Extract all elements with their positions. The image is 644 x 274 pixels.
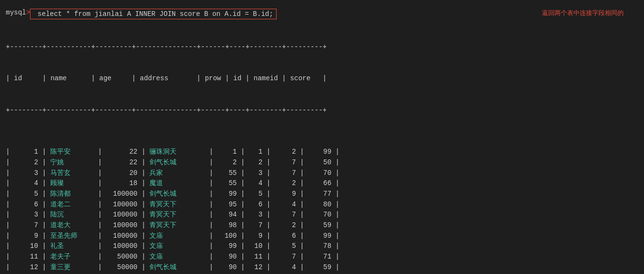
table-row: | 3 | 陆沉 | 100000 | 青冥天下 | 94 | 3 | 7 | … [6,210,638,220]
top-divider: +--------+-----------+---------+--------… [6,42,638,53]
table-row: | 7 | 道老大 | 100000 | 青冥天下 | 98 | 7 | 2 |… [6,220,638,231]
table-row: | 5 | 陈清都 | 100000 | 剑气长城 | 99 | 5 | 9 |… [6,189,638,200]
table-row: | 10 | 礼圣 | 100000 | 文庙 | 99 | 10 | 5 | … [6,241,638,252]
sql-command: select * from jianlai A INNER JOIN score… [30,9,277,19]
result-table: +--------+-----------+---------+--------… [6,21,638,274]
terminal-window: mysql> select * from jianlai A INNER JOI… [0,5,644,274]
data-rows: | 1 | 陈平安 | 22 | 骊珠洞天 | 1 | 1 | 2 | 99 |… [6,147,638,273]
table-row: | 1 | 陈平安 | 22 | 骊珠洞天 | 1 | 1 | 2 | 99 | [6,147,638,158]
prompt: mysql> [6,9,30,16]
mid-divider: +--------+-----------+---------+--------… [6,105,638,116]
table-row: | 4 | 顾璨 | 18 | 魔道 | 55 | 4 | 2 | 66 | [6,178,638,189]
table-row: | 11 | 老夫子 | 50000 | 文庙 | 90 | 11 | 7 | … [6,252,638,262]
table-row: | 6 | 道老二 | 100000 | 青冥天下 | 95 | 6 | 4 |… [6,200,638,210]
header-row: | id | name | age | address | prow | id … [6,73,638,84]
table-row: | 2 | 宁姚 | 22 | 剑气长城 | 2 | 2 | 7 | 50 | [6,158,638,168]
annotation: 返回两个表中连接字段相同的 [542,9,624,17]
command-line: mysql> select * from jianlai A INNER JOI… [6,9,638,19]
table-row: | 9 | 至圣先师 | 100000 | 文庙 | 100 | 9 | 6 |… [6,231,638,242]
table-row: | 12 | 童三更 | 50000 | 剑气长城 | 90 | 12 | 4 … [6,262,638,273]
table-row: | 3 | 马苦玄 | 20 | 兵家 | 55 | 3 | 7 | 70 | [6,168,638,179]
